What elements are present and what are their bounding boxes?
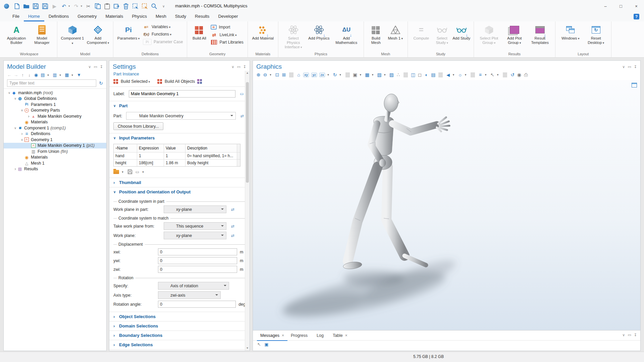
update-view-icon[interactable]: ↺ (510, 72, 515, 77)
livelink-button[interactable]: ⇄ LiveLink (211, 32, 243, 38)
model-manager-button[interactable]: Model Manager (30, 23, 54, 51)
tab-close-icon[interactable]: × (282, 333, 284, 338)
refresh-icon[interactable]: ↻ (99, 80, 103, 86)
menu-tab-physics[interactable]: Physics (127, 12, 151, 21)
customize-quick-access-icon[interactable]: ∨ (160, 3, 167, 9)
copy-text-icon[interactable]: ▣ (264, 342, 269, 347)
separator[interactable] (503, 72, 507, 77)
undo-icon[interactable]: ↶ (61, 3, 67, 9)
application-builder-button[interactable]: A Application Builder (4, 23, 29, 51)
tree-expander-icon[interactable] (13, 126, 17, 130)
panel-float-icon[interactable]: ▭ (628, 333, 631, 337)
tab-messages[interactable]: Messages× (257, 330, 287, 341)
functions-button[interactable]: f(x) Functions (143, 32, 183, 37)
work-plane-extra-icon[interactable]: ⇄ (229, 232, 236, 239)
hide-entities-icon[interactable]: ◫ (411, 72, 415, 77)
menu-tab-file[interactable]: File (8, 12, 24, 21)
result-templates-button[interactable]: Result Templates (528, 23, 552, 51)
load-parameters-icon[interactable] (113, 170, 119, 174)
collapsed-section-header[interactable]: Domain Selections (113, 321, 246, 330)
go-to-default-view-icon[interactable]: ⌂ (297, 72, 301, 77)
scrollbar-thumb[interactable] (246, 82, 249, 183)
rotate-view-icon[interactable]: ↻ (333, 72, 337, 77)
tree-filter-input[interactable] (7, 79, 96, 87)
table-row[interactable]: hand 1 1 0= hand simplified, 1= h... (114, 153, 240, 160)
collapsed-section-header[interactable]: Object Selections (113, 312, 246, 321)
add-material-button[interactable]: Add Material (251, 23, 275, 51)
tree-expander-icon[interactable] (7, 91, 11, 95)
section-input-parameters-header[interactable]: Input Parameters (113, 133, 246, 142)
rotation-angle-input[interactable]: 0 (158, 301, 236, 308)
separator[interactable] (289, 72, 293, 77)
view-zx-plane-icon[interactable]: zx (319, 73, 325, 77)
zoom-in-icon[interactable]: ⊕ (256, 72, 261, 77)
view-menu-arrow-icon[interactable]: ▾ (326, 73, 330, 76)
collapsed-section-header[interactable]: Edge Selections (113, 340, 246, 349)
ywi-input[interactable]: 0 (158, 257, 237, 264)
move-up-icon[interactable]: ↑ (20, 72, 25, 77)
duplicate-icon[interactable] (113, 3, 120, 9)
expand-all-icon[interactable]: ▤ (41, 72, 45, 77)
material-color-icon[interactable]: ▧ (377, 72, 381, 77)
part-select[interactable]: Male Manikin Geometry (126, 112, 236, 120)
scroll-down-icon[interactable]: ▼ (245, 346, 250, 351)
selection-color-icon[interactable]: ▨ (389, 72, 394, 77)
plot-settings-icon[interactable]: ≡ (478, 72, 482, 77)
zwi-input[interactable]: 0 (158, 266, 237, 273)
variables-button[interactable]: a= Variables (143, 24, 183, 29)
tree-item[interactable]: Male Manikin Geometry (4, 113, 106, 119)
panel-float-icon[interactable]: ▭ (237, 65, 240, 69)
snapshot-icon[interactable]: ◉ (517, 72, 521, 77)
filter-icon[interactable]: ▼ (77, 72, 81, 77)
view-yz-plane-icon[interactable]: yz (311, 73, 317, 77)
tree-expander-icon[interactable] (20, 109, 24, 112)
maximize-button[interactable]: □ (613, 0, 629, 12)
tree-expander-icon[interactable] (20, 131, 24, 136)
tree-item[interactable]: Component 1 (comp1) (4, 125, 106, 131)
view-options-arrow-icon[interactable]: ▾ (451, 73, 455, 76)
scene-configuration-icon[interactable]: ▣ (353, 72, 357, 77)
take-work-plane-from-select[interactable]: This sequence (164, 222, 226, 230)
tree-item[interactable]: Geometry 1 (4, 137, 106, 143)
tree-item[interactable]: Form Union (fin) (4, 148, 106, 155)
tree-expander-icon[interactable] (13, 97, 17, 100)
model-tree-node-text-icon[interactable]: ▦ (65, 72, 69, 77)
collapse-all-icon[interactable]: ▥ (53, 72, 57, 77)
add-study-button[interactable]: Add Study (452, 23, 471, 51)
choose-from-library-button[interactable]: Choose from Library... (113, 122, 163, 130)
add-component-button[interactable]: Add Component (86, 23, 110, 51)
deselect-box-icon[interactable] (142, 3, 148, 9)
move-menu-arrow-icon[interactable]: ▾ (141, 170, 145, 174)
axis-type-select[interactable]: zwi-axis (158, 291, 221, 299)
panel-pin-icon[interactable]: ↧ (100, 65, 103, 69)
show-grid-icon[interactable]: ▦ (365, 72, 369, 77)
mesh-1-button[interactable]: Mesh 1 (386, 23, 405, 51)
add-mathematics-button[interactable]: ΔU Add Mathematics (332, 23, 361, 51)
close-button[interactable]: × (629, 0, 644, 12)
scroll-up-icon[interactable]: ▲ (245, 71, 250, 75)
tree-item[interactable]: Results (4, 166, 106, 172)
cut-icon[interactable]: ✂ (85, 3, 92, 9)
separator[interactable] (438, 72, 443, 77)
grid-menu-arrow-icon[interactable]: ▾ (370, 73, 375, 76)
view-options-icon[interactable]: ◀ (446, 72, 450, 77)
menu-tab-geometry[interactable]: Geometry (73, 12, 101, 21)
work-plane-in-part-extra-icon[interactable]: ⇄ (229, 206, 236, 213)
physics-symbols-icon[interactable]: ∴ (396, 72, 400, 77)
scene-menu-arrow-icon[interactable]: ▾ (358, 73, 363, 76)
dropdown-arrow-icon[interactable]: ▾ (70, 73, 74, 77)
rename-icon[interactable]: ▭ (238, 90, 246, 98)
view-xy-plane-icon[interactable]: xy (303, 73, 309, 77)
tree-expander-icon[interactable] (20, 138, 24, 141)
tree-expander-icon[interactable] (26, 114, 31, 119)
panel-float-icon[interactable]: ▭ (628, 65, 631, 69)
tree-item[interactable]: Definitions (4, 131, 106, 137)
dropdown-arrow-icon[interactable]: ▾ (58, 73, 62, 77)
zoom-box-icon[interactable]: ⊞ (282, 72, 286, 77)
part-libraries-button[interactable]: Part Libraries (211, 40, 243, 45)
show-options-icon[interactable]: ◉ (34, 72, 38, 77)
copy-icon[interactable] (95, 3, 101, 9)
select-box-icon[interactable] (132, 3, 139, 9)
select-entities-icon[interactable]: ↖ (490, 72, 494, 77)
parameters-button[interactable]: Pi Parameters (116, 23, 141, 51)
